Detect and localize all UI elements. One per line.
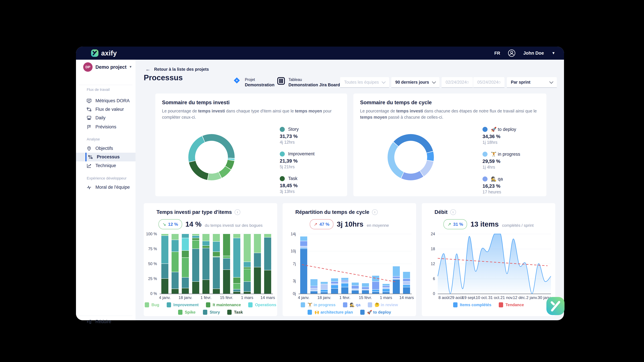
- axify-logo[interactable]: axify: [91, 49, 117, 57]
- bar-column[interactable]: [172, 234, 178, 294]
- user-menu-caret-icon[interactable]: ▼: [552, 51, 555, 55]
- bar-segment[interactable]: [202, 248, 210, 280]
- bar-segment[interactable]: [192, 249, 199, 282]
- info-icon[interactable]: i: [372, 209, 378, 215]
- legend-item-qa[interactable]: 🕵️ qa 16,23 % 17 heures: [482, 176, 520, 194]
- cycle-time-chart[interactable]: 14j10j7j3j0j4 janv.18 janv.1 févr.15 fév…: [298, 234, 412, 294]
- legend-item[interactable]: 🤔 in review: [368, 302, 398, 307]
- bar-column[interactable]: [161, 234, 168, 294]
- bar-column[interactable]: [254, 234, 261, 294]
- bar-segment[interactable]: [172, 289, 178, 294]
- bar-segment[interactable]: [264, 238, 271, 270]
- bar-segment[interactable]: [233, 290, 240, 292]
- legend-item[interactable]: Tendance: [499, 302, 524, 307]
- sidebar-item-objectifs[interactable]: Objectifs: [76, 144, 136, 153]
- axify-floating-logo[interactable]: [546, 297, 564, 315]
- legend-item[interactable]: Bug: [145, 302, 159, 307]
- bar-segment[interactable]: [172, 272, 178, 289]
- bar-segment[interactable]: [213, 242, 220, 252]
- legend-item-improvement[interactable]: Improvement 21,39 % 5j 21hrs: [280, 151, 314, 169]
- bar-segment[interactable]: [202, 280, 210, 294]
- bar-column[interactable]: [223, 234, 230, 294]
- bar-segment[interactable]: [182, 288, 189, 294]
- bar-segment[interactable]: [213, 289, 220, 294]
- bar-segment[interactable]: [223, 234, 230, 256]
- bar-segment[interactable]: [233, 234, 240, 238]
- bar-segment[interactable]: [264, 234, 271, 238]
- bar-segment[interactable]: [233, 284, 240, 290]
- project-caret-icon[interactable]: ▼: [129, 65, 132, 69]
- bar-column[interactable]: [213, 234, 220, 294]
- sidebar-item-daily[interactable]: Daily: [76, 114, 136, 122]
- groupby-filter-select[interactable]: Par sprint: [507, 77, 557, 88]
- legend-item[interactable]: 🙌 architecture plan: [308, 310, 353, 315]
- bar-segment[interactable]: [182, 234, 189, 238]
- legend-item-to-deploy[interactable]: 🚀 to deploy 34,36 % 1j 18hrs: [482, 127, 520, 145]
- sidebar-item-flux-de-valeur[interactable]: Flux de valeur: [76, 105, 136, 114]
- info-icon[interactable]: i: [450, 209, 456, 215]
- sidebar-item-moral-equipe[interactable]: Moral de l'équipe: [76, 183, 136, 192]
- bar-segment[interactable]: [172, 252, 178, 272]
- teams-filter-select[interactable]: Toutes les équipes: [340, 77, 389, 88]
- bar-segment[interactable]: [182, 251, 189, 258]
- bar-column[interactable]: [182, 234, 189, 294]
- bar-column[interactable]: [202, 234, 210, 294]
- invested-donut-chart[interactable]: [188, 134, 234, 180]
- bar-segment[interactable]: [213, 257, 220, 289]
- bar-segment[interactable]: [244, 282, 251, 292]
- legend-item[interactable]: Improvement: [167, 302, 199, 307]
- bar-segment[interactable]: [202, 246, 210, 248]
- throughput-chart[interactable]: 241812608 août29 août19 sept.10 oct.31 o…: [438, 234, 551, 294]
- bar-segment[interactable]: [213, 234, 220, 242]
- bar-segment[interactable]: [202, 234, 210, 241]
- back-to-projects-link[interactable]: ← Retour à la liste des projets: [146, 66, 209, 72]
- sidebar-item-processus[interactable]: Processus: [76, 153, 136, 161]
- bar-segment[interactable]: [223, 270, 230, 294]
- legend-item[interactable]: Story: [203, 310, 220, 315]
- legend-item[interactable]: Spike: [178, 310, 196, 315]
- bar-column[interactable]: [244, 234, 251, 294]
- bar-segment[interactable]: [244, 267, 251, 269]
- bar-segment[interactable]: [182, 258, 189, 277]
- collapse-sidebar-button[interactable]: Réduire: [76, 318, 136, 326]
- legend-item[interactable]: Operations: [248, 302, 276, 307]
- bar-segment[interactable]: [244, 292, 251, 294]
- bar-segment[interactable]: [192, 241, 199, 249]
- bar-segment[interactable]: [244, 234, 251, 262]
- legend-item-story[interactable]: Story 31,73 % 4j 12hrs: [280, 127, 314, 145]
- bar-segment[interactable]: [161, 279, 168, 294]
- bar-segment[interactable]: [172, 240, 178, 252]
- bar-segment[interactable]: [244, 262, 251, 267]
- legend-item[interactable]: 🚀 to deploy: [360, 310, 391, 315]
- bar-segment[interactable]: [233, 238, 240, 278]
- legend-item[interactable]: It maintenance: [206, 302, 241, 307]
- cycle-donut-chart[interactable]: [388, 134, 434, 180]
- legend-item[interactable]: Items complétés: [453, 302, 492, 307]
- legend-item[interactable]: Task: [227, 310, 243, 315]
- bar-segment[interactable]: [202, 241, 210, 246]
- date-from-input[interactable]: 02/24/2024: [442, 77, 473, 88]
- sidebar-item-previsions[interactable]: Prévisions: [76, 123, 136, 131]
- bar-segment[interactable]: [254, 234, 261, 253]
- bar-segment[interactable]: [192, 234, 199, 236]
- bar-segment[interactable]: [233, 292, 240, 294]
- user-avatar-icon[interactable]: [508, 49, 516, 57]
- bar-segment[interactable]: [233, 278, 240, 284]
- period-filter-select[interactable]: 90 derniers jours: [391, 77, 440, 88]
- bar-segment[interactable]: [223, 258, 230, 270]
- invested-by-type-chart[interactable]: 100 %75 %50 %25 %0 %4 janv.18 janv.1 fév…: [160, 234, 273, 294]
- date-to-input[interactable]: 05/24/2024: [473, 77, 504, 88]
- bar-segment[interactable]: [182, 278, 189, 288]
- legend-item[interactable]: 🏋️ in progress: [301, 302, 336, 307]
- language-switcher[interactable]: FR: [494, 51, 500, 56]
- bar-segment[interactable]: [192, 238, 199, 241]
- bar-segment[interactable]: [254, 253, 261, 267]
- legend-item-task[interactable]: Task 18,45 % 3j 13hrs: [280, 176, 314, 194]
- bar-segment[interactable]: [192, 236, 199, 238]
- legend-item-in-progress[interactable]: 🏋️ in progress 29,59 % 1j 4hrs: [482, 151, 520, 170]
- bar-column[interactable]: [192, 234, 199, 294]
- bar-column[interactable]: [233, 234, 240, 294]
- bar-segment[interactable]: [192, 282, 199, 294]
- project-switcher[interactable]: DP Demo project ▼: [76, 62, 136, 72]
- bar-segment[interactable]: [182, 238, 189, 251]
